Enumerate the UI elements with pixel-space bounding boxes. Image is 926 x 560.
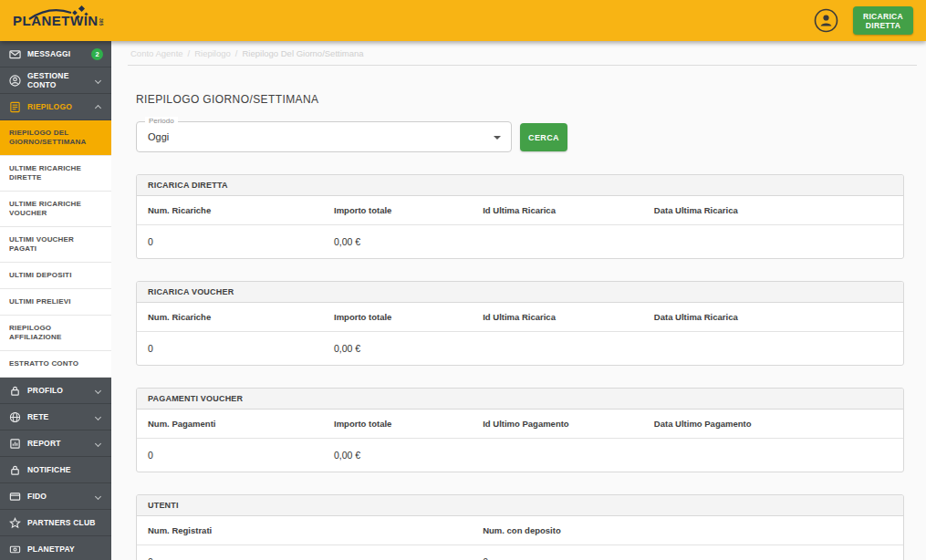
table-row: 0 0 (137, 544, 903, 560)
table-header-row: Num. Ricariche Importo totale Id Ultima … (137, 303, 903, 331)
periodo-select-value: Oggi (137, 122, 511, 151)
submenu-item-ultimi-depositi[interactable]: ULTIMI DEPOSITI (0, 263, 111, 289)
ricarica-voucher-card: RICARICA VOUCHER Num. Ricariche Importo … (136, 281, 904, 366)
chevron-down-icon (95, 413, 101, 420)
table-cell: 0 (483, 556, 892, 560)
cerca-button[interactable]: CERCA (520, 123, 567, 151)
chevron-down-icon (95, 493, 101, 499)
sidebar-item-label: RETE (27, 412, 48, 421)
sidebar-item-label: RIEPILOGO (27, 102, 72, 111)
sidebar-item-gestione-conto[interactable]: GESTIONE CONTO (0, 67, 111, 94)
sidebar-item-riepilogo[interactable]: RIEPILOGO (0, 94, 111, 120)
sidebar: MESSAGGI 2 GESTIONE CONTO (0, 41, 111, 560)
logo-arc-sparkles-icon (26, 5, 91, 21)
table-cell: 0,00 € (334, 236, 483, 247)
periodo-select[interactable]: Periodo Oggi (136, 121, 512, 152)
breadcrumb-separator: / (235, 48, 238, 58)
submenu-item-riepilogo-giorno-settimana[interactable]: RIEPILOGO DEL GIORNO/SETTIMANA (0, 120, 111, 156)
table-cell (654, 343, 892, 354)
card-title: RICARICA DIRETTA (137, 175, 903, 196)
submenu-item-estratto-conto[interactable]: ESTRATTO CONTO (0, 351, 111, 378)
submenu-item-riepilogo-affiliazione[interactable]: RIEPILOGO AFFILIAZIONE (0, 316, 111, 351)
credit-card-icon (8, 490, 21, 503)
sidebar-item-fido[interactable]: FIDO (0, 483, 111, 510)
submenu-item-ultime-ricariche-dirette[interactable]: ULTIME RICARICHE DIRETTE (0, 156, 111, 192)
column-header: Data Ultimo Pagamento (654, 419, 892, 429)
table-row: 0 0,00 € (137, 438, 903, 472)
table-cell: 0 (148, 556, 483, 560)
table-cell: 0,00 € (334, 343, 483, 354)
column-header: Num. Registrati (148, 525, 483, 535)
column-header: Num. Ricariche (148, 205, 334, 215)
table-cell: 0 (148, 343, 334, 354)
breadcrumb-separator: / (188, 48, 191, 58)
wallet-icon (8, 543, 21, 555)
card-title: UTENTI (137, 495, 903, 516)
pagamenti-voucher-card: PAGAMENTI VOUCHER Num. Pagamenti Importo… (136, 388, 904, 472)
column-header: Data Ultima Ricarica (654, 205, 892, 215)
chevron-up-icon (95, 105, 101, 111)
table-cell (483, 450, 654, 461)
bar-chart-icon (8, 437, 21, 450)
envelope-icon (8, 47, 21, 60)
table-row: 0 0,00 € (137, 331, 903, 365)
account-circle-icon (8, 74, 21, 87)
account-button[interactable] (814, 8, 838, 33)
lock-icon (8, 384, 21, 397)
planetwin-logo[interactable]: PLANETWIN 365 (13, 15, 103, 27)
sidebar-item-label: REPORT (27, 439, 61, 448)
table-row: 0 0,00 € (137, 224, 903, 258)
sidebar-item-label: MESSAGGI (27, 49, 70, 58)
globe-icon (8, 410, 21, 423)
person-icon (814, 8, 838, 33)
sidebar-item-profilo[interactable]: PROFILO (0, 378, 111, 404)
chevron-down-icon (95, 440, 101, 446)
ricarica-diretta-line1: RICARICA (853, 12, 913, 21)
dropdown-caret-icon (494, 136, 501, 140)
utenti-card: UTENTI Num. Registrati Num. con deposito… (136, 494, 904, 560)
table-header-row: Num. Pagamenti Importo totale Id Ultimo … (137, 410, 903, 438)
table-header-row: Num. Ricariche Importo totale Id Ultima … (137, 196, 903, 224)
table-cell (654, 450, 892, 461)
breadcrumb-item[interactable]: Conto Agente (130, 48, 183, 58)
sidebar-item-report[interactable]: REPORT (0, 430, 111, 457)
sidebar-item-messaggi[interactable]: MESSAGGI 2 (0, 41, 111, 67)
breadcrumb-item-current: Riepilogo Del Giorno/Settimana (242, 48, 363, 58)
sidebar-item-rete[interactable]: RETE (0, 404, 111, 430)
sidebar-item-label: NOTIFICHE (27, 465, 71, 474)
submenu-item-ultimi-prelievi[interactable]: ULTIMI PRELIEVI (0, 289, 111, 316)
table-cell (483, 343, 654, 354)
column-header: Id Ultima Ricarica (483, 312, 654, 322)
sidebar-item-label: GESTIONE CONTO (27, 71, 89, 89)
table-cell (654, 236, 892, 247)
submenu-item-ultime-ricariche-voucher[interactable]: ULTIME RICARICHE VOUCHER (0, 192, 111, 227)
notifications-lock-icon (8, 463, 21, 476)
breadcrumb: Conto Agente / Riepilogo / Riepilogo Del… (128, 41, 917, 66)
ricarica-diretta-line2: DIRETTA (853, 21, 913, 30)
topbar-actions: RICARICA DIRETTA (814, 6, 913, 35)
ricarica-diretta-button[interactable]: RICARICA DIRETTA (853, 6, 913, 35)
messages-count-badge: 2 (91, 48, 103, 60)
star-icon (8, 516, 21, 529)
submenu-item-ultimi-voucher-pagati[interactable]: ULTIMI VOUCHER PAGATI (0, 227, 111, 263)
chevron-down-icon (95, 387, 101, 393)
card-title: PAGAMENTI VOUCHER (137, 389, 903, 410)
table-cell (483, 236, 654, 247)
sidebar-item-partners-club[interactable]: PARTNERS CLUB (0, 510, 111, 536)
table-cell: 0 (148, 450, 334, 461)
sidebar-item-notifiche[interactable]: NOTIFICHE (0, 457, 111, 483)
riepilogo-submenu: RIEPILOGO DEL GIORNO/SETTIMANA ULTIME RI… (0, 120, 111, 378)
logo-suffix: 365 (99, 18, 103, 26)
table-cell: 0 (148, 236, 334, 247)
card-title: RICARICA VOUCHER (137, 282, 903, 303)
table-header-row: Num. Registrati Num. con deposito (137, 516, 903, 544)
breadcrumb-item[interactable]: Riepilogo (194, 48, 231, 58)
filter-row: Periodo Oggi CERCA (136, 121, 917, 152)
topbar: PLANETWIN 365 RICARICA DIRETTA (0, 0, 926, 41)
ricarica-diretta-card: RICARICA DIRETTA Num. Ricariche Importo … (136, 174, 904, 259)
column-header: Importo totale (334, 312, 483, 322)
sidebar-item-label: PROFILO (27, 386, 63, 395)
sidebar-item-label: PARTNERS CLUB (27, 518, 96, 527)
sidebar-item-label: FIDO (27, 492, 47, 501)
sidebar-item-planetpay[interactable]: PLANETPAY (0, 536, 111, 560)
